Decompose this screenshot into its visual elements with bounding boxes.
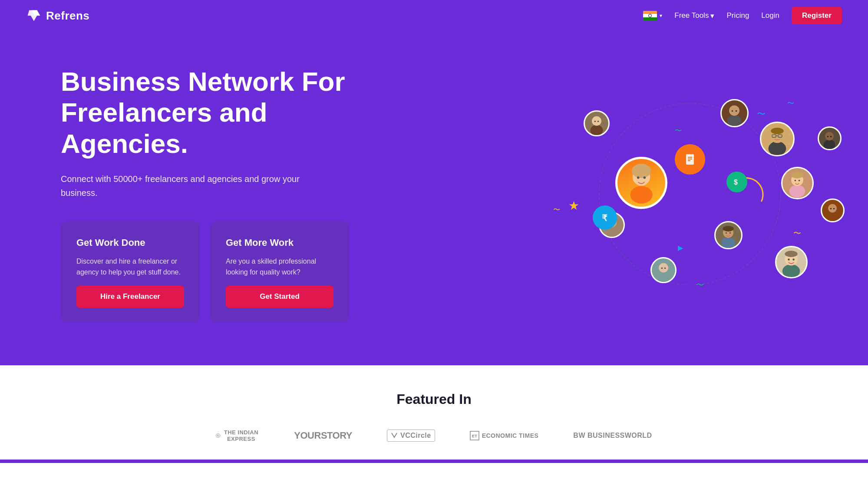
svg-point-7 (644, 176, 646, 179)
yourstory-logo: YOURSTORY (294, 430, 352, 441)
avatar-right-top-face (761, 123, 793, 155)
document-icon-bubble (675, 144, 705, 175)
svg-point-49 (827, 212, 838, 221)
squiggle-2: 〜 (787, 99, 794, 108)
action-cards: Get Work Done Discover and hire a freela… (61, 222, 356, 322)
svg-point-46 (827, 136, 829, 137)
dollar-icon: $ (732, 177, 742, 187)
featured-logos: IE THE INDIAN EXPRESS YOURSTORY VCCircle… (26, 429, 842, 442)
get-started-button[interactable]: Get Started (226, 285, 333, 308)
svg-point-36 (723, 226, 733, 231)
vccircle-icon (391, 432, 398, 439)
card1-title: Get Work Done (76, 237, 184, 248)
svg-point-54 (657, 272, 670, 282)
free-tools-chevron: ▾ (710, 11, 714, 20)
squiggle-6: 〜 (675, 126, 682, 136)
svg-point-38 (782, 264, 800, 277)
svg-point-55 (659, 263, 668, 273)
pricing-link[interactable]: Pricing (726, 11, 749, 20)
avatar-bottom-left-face (652, 258, 675, 282)
register-button[interactable]: Register (792, 7, 842, 24)
logo-text: Refrens (46, 9, 89, 23)
svg-text:ET: ET (472, 434, 477, 438)
avatar-far-right-top (818, 126, 842, 150)
svg-point-45 (825, 132, 834, 141)
vccircle-logo: VCCircle (387, 430, 435, 442)
star-decoration: ★ (568, 198, 579, 213)
svg-point-41 (792, 259, 795, 261)
orbit-network: ★ 〜 〜 〜 〜 ▶ 〜 〜 (538, 81, 842, 307)
flag-chevron: ▾ (660, 13, 662, 19)
hero-content: Business Network For Freelancers and Age… (61, 66, 356, 322)
avatar-bottom-left (650, 257, 677, 283)
svg-text:₹: ₹ (602, 213, 607, 223)
svg-point-30 (791, 172, 803, 179)
avatar-far-right-bot-face (822, 200, 843, 221)
svg-point-47 (830, 136, 832, 137)
svg-text:$: $ (734, 179, 738, 186)
svg-point-35 (729, 232, 731, 234)
svg-point-24 (771, 128, 784, 134)
svg-point-28 (795, 180, 796, 182)
economic-times-logo: ET ECONOMIC TIMES (470, 431, 539, 440)
svg-point-52 (833, 208, 835, 210)
svg-point-5 (632, 164, 651, 178)
hero-section: Business Network For Freelancers and Age… (0, 31, 868, 365)
dollar-icon-bubble: $ (726, 172, 747, 192)
free-tools-button[interactable]: Free Tools ▾ (674, 11, 714, 20)
svg-point-11 (594, 121, 596, 122)
svg-point-9 (591, 125, 603, 135)
avatar-top-left (584, 110, 610, 136)
country-selector[interactable]: ▾ (643, 11, 662, 20)
rupee-icon-bubble: ₹ (593, 205, 617, 230)
svg-point-51 (830, 208, 832, 210)
login-link[interactable]: Login (761, 11, 779, 20)
businessworld-logo: BW BUSINESSWORLD (573, 432, 652, 440)
avatar-center (615, 157, 667, 209)
avatar-top-right-1 (720, 99, 749, 127)
squiggle-4: 〜 (696, 280, 704, 290)
avatar-right-mid (781, 167, 814, 199)
avatar-bottom-mid (714, 221, 743, 249)
card2-title: Get More Work (226, 237, 333, 248)
avatar-far-right-bot (821, 198, 845, 222)
svg-point-42 (785, 251, 797, 258)
hire-freelancer-button[interactable]: Hire a Freelancer (76, 285, 184, 308)
nav-right: ▾ Free Tools ▾ Pricing Login Register (643, 7, 842, 24)
navbar: Refrens ▾ Free Tools ▾ Pricing Login Reg… (0, 0, 868, 31)
svg-point-10 (592, 116, 601, 126)
avatar-center-face (617, 159, 665, 207)
hero-subtitle: Connect with 50000+ freelancers and agen… (61, 172, 304, 200)
svg-point-57 (664, 268, 666, 269)
indian-express-logo: IE THE INDIAN EXPRESS (216, 429, 259, 442)
avatar-bottom-mid-face (716, 222, 741, 248)
featured-title: Featured In (26, 391, 842, 407)
triangle-decoration: ▶ (678, 244, 683, 252)
document-icon (683, 152, 697, 166)
svg-point-29 (799, 180, 800, 182)
svg-point-15 (729, 106, 739, 116)
logo-icon (26, 8, 42, 23)
featured-section: Featured In IE THE INDIAN EXPRESS YOURST… (0, 365, 868, 460)
logo[interactable]: Refrens (26, 8, 89, 23)
bottom-bar (0, 460, 868, 463)
get-work-done-card: Get Work Done Discover and hire a freela… (61, 222, 200, 322)
avatar-top-right-1-face (722, 100, 747, 126)
svg-point-50 (828, 204, 837, 213)
indian-express-icon: IE (216, 432, 220, 440)
svg-point-32 (721, 237, 736, 248)
avatar-top-left-face (585, 112, 608, 135)
svg-point-16 (732, 110, 733, 112)
card1-desc: Discover and hire a freelancer or agency… (76, 256, 184, 278)
card2-desc: Are you a skilled professional looking f… (226, 256, 333, 278)
svg-point-34 (726, 232, 727, 234)
svg-point-44 (824, 139, 835, 149)
svg-point-19 (769, 142, 786, 155)
economic-times-icon: ET (470, 431, 479, 440)
svg-point-56 (661, 268, 663, 269)
svg-point-12 (597, 121, 599, 122)
get-more-work-card: Get More Work Are you a skilled professi… (210, 222, 349, 322)
svg-point-17 (736, 110, 737, 112)
india-flag (643, 11, 657, 20)
avatar-bottom-right (775, 246, 808, 278)
